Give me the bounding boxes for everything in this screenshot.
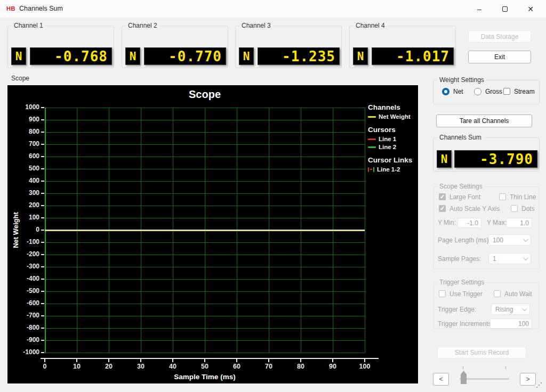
- y-tick-mark: [41, 340, 44, 341]
- y-tick-label: -400: [11, 275, 39, 282]
- exit-button[interactable]: Exit: [468, 51, 531, 63]
- y-tick-label: 600: [11, 152, 39, 160]
- page-slider-thumb[interactable]: [461, 371, 467, 384]
- page-slider-track[interactable]: [460, 378, 509, 380]
- y-tick-label: 800: [11, 128, 39, 135]
- page-next-button[interactable]: >: [520, 373, 536, 386]
- legend-item: Line 1-2: [368, 166, 417, 173]
- y-tick-mark: [41, 230, 44, 231]
- channel-1-display: -0.768: [30, 47, 112, 65]
- channel-1-label: Channel 1: [12, 22, 45, 29]
- y-tick-mark: [41, 107, 44, 108]
- x-tick-mark: [300, 358, 301, 362]
- chevron-down-icon: [522, 306, 527, 311]
- slider-tick: [463, 366, 463, 369]
- gross-radio[interactable]: [474, 88, 481, 95]
- x-axis-line: [41, 358, 379, 359]
- x-tick-label: 40: [162, 363, 183, 370]
- start-sums-record-button: Start Sums Record: [437, 347, 526, 358]
- legend-item-label: Line 2: [379, 144, 396, 150]
- dots-label: Dots: [521, 205, 535, 213]
- close-icon: ✕: [527, 5, 534, 13]
- auto-scale-checkbox: [439, 205, 446, 212]
- y-tick-mark: [41, 279, 44, 280]
- y-tick-mark: [41, 205, 44, 206]
- auto-wait-label: Auto Wait: [504, 290, 532, 298]
- scope-chart: Scope Net Weight Sample Time (ms) Channe…: [7, 85, 418, 383]
- x-tick-label: 50: [194, 363, 215, 370]
- channel-1-unit: N: [11, 47, 26, 65]
- y-tick-label: 1000: [11, 103, 39, 111]
- plot-area: [45, 108, 365, 353]
- link-dash: [370, 169, 372, 170]
- trigger-settings-group: Trigger Settings Use Trigger Auto Wait T…: [433, 282, 540, 329]
- tare-all-channels-button[interactable]: Tare all Channels: [436, 115, 532, 127]
- y-min-label: Y Min:: [438, 219, 456, 226]
- legend-section: CursorsLine 1Line 2: [368, 126, 417, 150]
- title-bar: HB Channels Sum – ✕: [0, 0, 546, 18]
- sample-pages-label: Sample Pages:: [438, 255, 481, 263]
- x-tick-mark: [108, 358, 109, 362]
- x-tick-label: 70: [258, 363, 279, 370]
- thin-line-label: Thin Line: [510, 193, 536, 201]
- minimize-button[interactable]: –: [467, 0, 492, 18]
- weight-settings-group: Weight Settings Net Gross Stream: [433, 80, 540, 104]
- channel-1-group: Channel 1N-0.768: [7, 26, 114, 68]
- channel-3-unit: N: [239, 47, 254, 65]
- large-font-checkbox: [439, 193, 446, 200]
- x-tick-label: 90: [322, 363, 343, 370]
- auto-wait-checkbox: [494, 290, 501, 297]
- x-axis-label: Sample Time (ms): [45, 373, 365, 381]
- channels-sum-label: Channels Sum: [437, 134, 484, 141]
- y-tick-mark: [41, 303, 44, 304]
- sample-pages-dropdown: 1: [488, 253, 531, 264]
- y-tick-mark: [41, 315, 44, 316]
- resize-grip[interactable]: [536, 382, 543, 389]
- page-prev-button[interactable]: <: [433, 373, 449, 386]
- channel-2-unit: N: [125, 47, 140, 65]
- channels-sum-display: -3.790: [454, 150, 537, 168]
- channel-3-label: Channel 3: [239, 22, 273, 29]
- legend-section: ChannelsNet Weight: [368, 103, 417, 120]
- y-tick-label: 400: [11, 177, 39, 184]
- y-tick-label: 200: [11, 201, 39, 209]
- stream-checkbox[interactable]: [503, 88, 510, 95]
- legend-item: Net Weight: [368, 113, 417, 120]
- y-tick-mark: [41, 352, 44, 353]
- legend-line-swatch-icon: [368, 116, 376, 118]
- channel-4-display: -1.017: [372, 47, 454, 65]
- use-trigger-label: Use Trigger: [449, 290, 483, 298]
- chevron-down-icon: [523, 236, 528, 242]
- channel-4-unit: N: [353, 47, 368, 65]
- y-tick-label: -700: [11, 312, 39, 319]
- y-max-field: 1.0: [506, 218, 532, 228]
- trigger-edge-dropdown: Rising: [491, 304, 530, 315]
- chart-legend: ChannelsNet WeightCursorsLine 1Line 2Cur…: [368, 103, 417, 178]
- maximize-button[interactable]: [493, 0, 517, 18]
- app-window: HB Channels Sum – ✕ Channel 1N-0.768Chan…: [0, 0, 546, 392]
- use-trigger-checkbox: [439, 290, 446, 297]
- trigger-edge-label: Trigger Edge:: [438, 306, 476, 313]
- slider-tick: [505, 366, 506, 369]
- net-radio[interactable]: [442, 88, 449, 95]
- y-tick-mark: [41, 193, 44, 194]
- channel-2-display: -0.770: [144, 47, 226, 65]
- legend-item: Line 1: [368, 136, 417, 142]
- y-tick-label: 300: [11, 189, 39, 197]
- channel-3-group: Channel 3N-1.235: [235, 26, 342, 68]
- y-tick-mark: [41, 266, 44, 267]
- trigger-settings-label: Trigger Settings: [437, 279, 486, 286]
- channel-2-label: Channel 2: [126, 22, 159, 29]
- y-min-field: -1.0: [457, 218, 481, 228]
- scope-settings-group: Scope Settings Large Font Thin Line Auto…: [433, 186, 540, 269]
- channel-4-group: Channel 4N-1.017: [349, 26, 456, 68]
- legend-header: Cursors: [368, 126, 417, 134]
- scope-settings-label: Scope Settings: [437, 183, 485, 190]
- window-title: Channels Sum: [19, 5, 63, 12]
- x-tick-mark: [236, 358, 237, 362]
- y-tick-mark: [41, 328, 44, 329]
- y-tick-label: -500: [11, 287, 39, 295]
- legend-item: Line 2: [368, 144, 417, 150]
- stream-checkbox-label: Stream: [514, 88, 535, 95]
- close-button[interactable]: ✕: [518, 0, 543, 18]
